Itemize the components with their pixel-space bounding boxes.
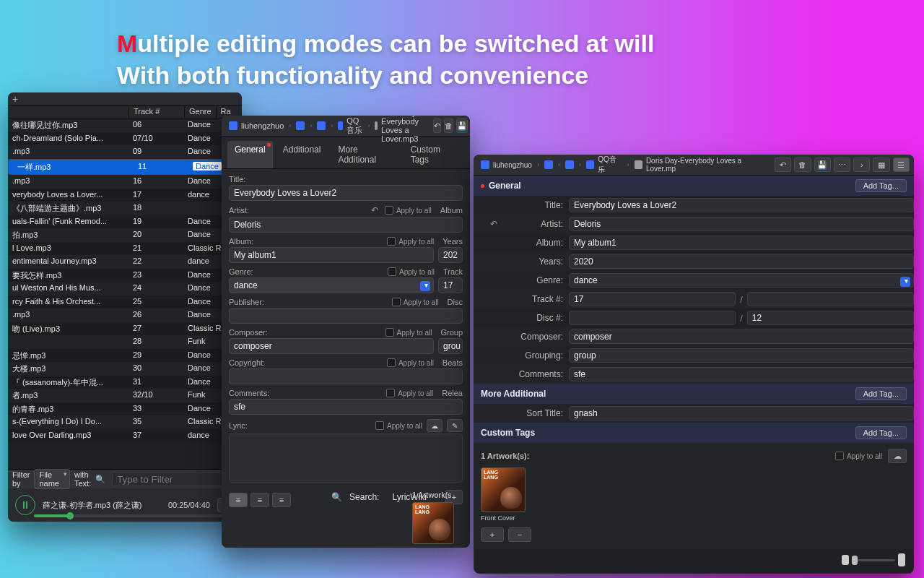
comments-apply-all[interactable]: Apply to all xyxy=(386,389,433,397)
kv-title-input[interactable]: Everybody Loves a Lover2 xyxy=(569,198,914,212)
table-row[interactable]: 『 (sasanomaly)-年中混...31Dance xyxy=(8,376,242,389)
table-row[interactable]: 像往哪见过你.mp306Dance xyxy=(8,118,242,132)
kv-track-input[interactable]: 17 xyxy=(569,292,736,306)
seek-slider[interactable] xyxy=(34,514,235,517)
next-button[interactable]: › xyxy=(853,158,870,172)
tab-additional[interactable]: Additional xyxy=(276,141,328,168)
artist-apply-all[interactable]: Apply to all xyxy=(385,206,432,215)
save-button[interactable]: 💾 xyxy=(814,158,831,172)
table-row[interactable]: rcy Faith & His Orchest...25Dance xyxy=(8,296,242,309)
lyric-apply-all[interactable]: Apply to all xyxy=(375,421,422,430)
add-tag-button[interactable]: Add Tag... xyxy=(855,426,907,439)
kv-years-input[interactable]: 2020 xyxy=(569,254,914,269)
breadcrumb-item[interactable] xyxy=(541,159,556,171)
breadcrumb-item[interactable]: QQ音乐 xyxy=(583,155,625,176)
col-genre[interactable]: Genre xyxy=(185,106,217,118)
artwork-remove-button[interactable]: − xyxy=(508,527,531,542)
view-grid-button[interactable]: ▦ xyxy=(873,158,889,172)
table-row[interactable]: l Love.mp321Classic Rock xyxy=(8,242,242,256)
table-row[interactable]: 忌惮.mp329Dance xyxy=(8,349,242,363)
breadcrumb-item[interactable]: liuhengzhuo xyxy=(478,159,535,171)
artist-input[interactable]: Deloris xyxy=(229,217,463,233)
table-row[interactable]: entimental Journey.mp322dance xyxy=(8,255,242,269)
add-button[interactable]: + xyxy=(12,94,18,104)
table-row[interactable]: love Over Darling.mp337dance xyxy=(8,429,242,443)
view-list-button[interactable]: ☰ xyxy=(893,158,910,172)
delete-button[interactable]: 🗑 xyxy=(444,118,453,133)
table-row[interactable]: uals-Fallin' (Funk Remod...19Dance xyxy=(8,215,242,229)
table-row[interactable]: 一样.mp311Dance xyxy=(8,159,242,176)
breadcrumb-item[interactable]: Doris Day-Everybody Loves a Lover.mp3 xyxy=(372,116,427,144)
kv-artist-undo-icon[interactable]: ↶ xyxy=(484,219,504,229)
cloud-download-icon[interactable]: ☁ xyxy=(427,419,443,432)
kv-grouping-input[interactable]: group xyxy=(569,348,914,363)
table-row[interactable]: verybody Loves a Lover...17dance xyxy=(8,189,242,202)
publisher-apply-all[interactable]: Apply to all xyxy=(392,298,439,306)
table-row[interactable]: 拍.mp320Dance xyxy=(8,228,242,242)
copyright-input[interactable] xyxy=(229,368,463,384)
zoom-slider[interactable] xyxy=(842,553,905,566)
tab-custom-tags[interactable]: Custom Tags xyxy=(404,141,464,168)
align-center-button[interactable]: ≡ xyxy=(250,493,269,507)
cloud-download-icon[interactable]: ☁ xyxy=(888,449,907,463)
lyric-textarea[interactable] xyxy=(229,434,463,483)
table-row[interactable]: 吻 (Live).mp327Classic Rock xyxy=(8,322,242,336)
table-row[interactable]: s-(Everything I Do) I Do...35Classic Roc… xyxy=(8,415,242,429)
tab-more-additional[interactable]: More Additional xyxy=(331,141,400,168)
breadcrumb-item[interactable]: liuhengzhuo xyxy=(226,120,287,131)
album-input[interactable]: My album1 xyxy=(229,247,434,263)
kv-sort-title-input[interactable]: gnash xyxy=(569,406,914,420)
kv-disc-input[interactable] xyxy=(569,311,736,325)
kv-genre-select[interactable]: dance xyxy=(569,273,914,288)
table-row[interactable]: 28Funk xyxy=(8,335,242,349)
artwork-thumbnail[interactable] xyxy=(412,502,454,544)
album-apply-all[interactable]: Apply to all xyxy=(387,237,434,246)
table-row[interactable]: .mp326Dance xyxy=(8,309,242,322)
table-row[interactable]: 大楼.mp330Dance xyxy=(8,362,242,376)
save-button[interactable]: 💾 xyxy=(456,118,468,133)
table-row[interactable]: 《八部端游主题曲》.mp318 xyxy=(8,202,242,215)
kv-comments-input[interactable]: sfe xyxy=(569,367,914,381)
breadcrumb-item[interactable] xyxy=(562,159,577,171)
table-row[interactable]: 者.mp332/10Funk xyxy=(8,389,242,402)
undo-button[interactable]: ↶ xyxy=(775,158,791,172)
track-input-mini[interactable]: 17 xyxy=(438,277,463,293)
table-row[interactable]: .mp309Dance xyxy=(8,145,242,159)
breadcrumb-item[interactable] xyxy=(293,120,308,131)
col-track[interactable]: Track # xyxy=(129,106,185,118)
delete-button[interactable]: 🗑 xyxy=(794,158,811,172)
undo-button[interactable]: ↶ xyxy=(433,118,441,133)
table-row[interactable]: .mp316Dance xyxy=(8,175,242,189)
kv-artist-input[interactable]: Deloris xyxy=(569,217,914,231)
years-input[interactable]: 202 xyxy=(438,247,463,263)
genre-apply-all[interactable]: Apply to all xyxy=(388,267,435,276)
breadcrumb-item[interactable] xyxy=(314,120,328,131)
kv-disc-total-input[interactable]: 12 xyxy=(747,311,914,325)
composer-input[interactable]: composer xyxy=(229,338,434,354)
kv-composer-input[interactable]: composer xyxy=(569,329,914,344)
align-right-button[interactable]: ≡ xyxy=(272,493,291,507)
artist-undo-icon[interactable]: ↶ xyxy=(371,205,378,215)
table-row[interactable]: ul Weston And His Mus...24Dance xyxy=(8,282,242,296)
group-input-mini[interactable]: grou xyxy=(438,338,463,354)
title-input[interactable]: Everybody Loves a Lover2 xyxy=(229,185,463,201)
edit-icon[interactable]: ✎ xyxy=(447,419,463,432)
artwork-apply-all[interactable]: Apply to all xyxy=(835,452,882,460)
table-row[interactable]: ch-Dreamland (Solo Pia...07/10Dance xyxy=(8,132,242,146)
comments-input[interactable]: sfe xyxy=(229,399,463,415)
artwork-add-button[interactable]: + xyxy=(481,527,504,542)
align-left-button[interactable]: ≡ xyxy=(229,493,248,507)
col-name[interactable] xyxy=(8,106,129,118)
filter-mode-select[interactable]: File name xyxy=(34,469,70,489)
breadcrumb-item[interactable]: QQ音乐 xyxy=(335,116,365,137)
copyright-apply-all[interactable]: Apply to all xyxy=(387,358,434,367)
play-pause-button[interactable] xyxy=(15,495,35,515)
artwork-thumbnail[interactable] xyxy=(481,467,526,512)
breadcrumb-item[interactable]: Doris Day-Everybody Loves a Lover.mp xyxy=(632,155,769,174)
add-tag-button[interactable]: Add Tag... xyxy=(855,179,907,192)
table-row[interactable]: 的青春.mp333Dance xyxy=(8,402,242,416)
tab-general[interactable]: General xyxy=(227,141,273,168)
table-row[interactable]: 要我怎样.mp323Dance xyxy=(8,269,242,282)
composer-apply-all[interactable]: Apply to all xyxy=(385,328,432,337)
kv-album-input[interactable]: My album1 xyxy=(569,236,914,250)
